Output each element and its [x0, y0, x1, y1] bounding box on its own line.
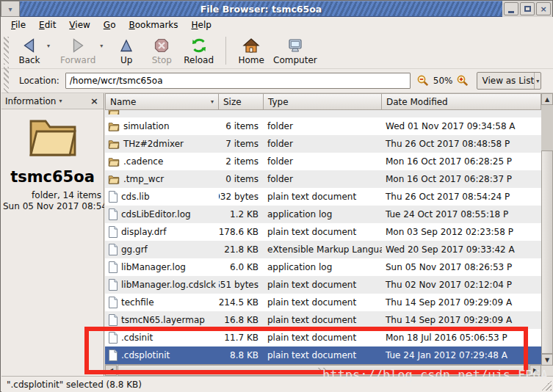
- location-input[interactable]: [65, 73, 411, 89]
- file-date-cell: Wed 20 Sep 2017 09:33:42 A: [382, 241, 541, 258]
- table-row[interactable]: libManager.log.cdslck651 bytesplain text…: [105, 276, 541, 294]
- table-row[interactable]: display.drf178.6 KBplain text documentMo…: [105, 223, 541, 241]
- file-date-cell: Tue 24 Jan 2012 07:29:48 A: [382, 346, 541, 364]
- table-row[interactable]: gg.grf21.8 KBeXtensible Markup Language …: [105, 241, 541, 258]
- status-text: ".cdsplotinit" selected (8.8 KB): [7, 380, 142, 390]
- document-icon: [108, 226, 118, 238]
- maximize-button[interactable]: [520, 2, 535, 15]
- file-name: display.drf: [121, 227, 167, 237]
- file-type-cell: plain text document: [264, 346, 382, 364]
- horizontal-scroll-thumb[interactable]: [118, 365, 529, 376]
- computer-button[interactable]: Computer: [269, 35, 322, 67]
- forward-dropdown-icon[interactable]: ▾: [95, 40, 107, 51]
- minimize-button[interactable]: [504, 2, 518, 15]
- horizontal-scrollbar[interactable]: ◀ ▶: [105, 364, 541, 376]
- document-icon: [108, 191, 118, 203]
- file-name: simulation: [123, 121, 170, 131]
- file-size-cell: 2 items: [219, 153, 264, 170]
- partial-row: [105, 110, 541, 117]
- file-date-cell: Thu 26 Oct 2017 08:48:58 P: [382, 135, 541, 153]
- file-type-cell: plain text document: [264, 276, 382, 294]
- table-row[interactable]: techfile214.5 KBplain text documentThu 1…: [105, 294, 541, 311]
- file-size-cell: 11.7 KB: [219, 329, 264, 346]
- file-type-cell: plain text document: [264, 188, 382, 206]
- titlebar-stripe[interactable]: File Browser: tsmc65oa: [20, 1, 502, 17]
- table-row[interactable]: tsmcN65.layermap16.8 KBplain text docume…: [105, 311, 541, 329]
- column-header-size[interactable]: Size: [219, 93, 264, 110]
- file-type-cell: plain text document: [264, 223, 382, 241]
- up-button[interactable]: Up: [109, 35, 144, 67]
- file-name: .tmp_wcr: [123, 174, 164, 184]
- vertical-scroll-thumb[interactable]: [541, 150, 553, 354]
- view-mode-select[interactable]: View as List ▾: [477, 72, 541, 90]
- forward-button[interactable]: Forward: [56, 35, 100, 67]
- back-button[interactable]: Back: [12, 35, 47, 67]
- column-header-date[interactable]: Date Modified: [382, 93, 541, 110]
- stop-button[interactable]: Stop: [144, 35, 179, 67]
- column-header-type[interactable]: Type: [264, 93, 382, 110]
- file-name: tsmcN65.layermap: [121, 315, 205, 325]
- close-button[interactable]: ×: [536, 2, 551, 15]
- reload-icon: [190, 37, 208, 54]
- file-list-body: simulation6 itemsfolderWed 01 Nov 2017 0…: [105, 110, 541, 364]
- reload-button[interactable]: Reload: [179, 35, 218, 67]
- file-type-cell: application log: [264, 258, 382, 276]
- file-date-cell: Mon 16 Oct 2017 06:28:25 P: [382, 153, 541, 170]
- document-icon: [108, 279, 118, 291]
- folder-icon: [108, 157, 120, 167]
- menu-go[interactable]: Go: [97, 18, 123, 32]
- scroll-down-icon[interactable]: ▼: [541, 354, 553, 366]
- vertical-scrollbar[interactable]: ▲ ▼: [541, 93, 553, 366]
- back-dropdown-icon[interactable]: ▾: [43, 40, 54, 51]
- scroll-up-icon[interactable]: ▲: [541, 93, 553, 105]
- table-row[interactable]: simulation6 itemsfolderWed 01 Nov 2017 0…: [105, 117, 541, 135]
- table-row[interactable]: .tmp_wcr0 itemsfolderMon 16 Oct 2017 06:…: [105, 170, 541, 188]
- zoom-in-icon[interactable]: [456, 74, 469, 87]
- scroll-left-icon[interactable]: ◀: [105, 365, 117, 376]
- document-icon: [108, 261, 118, 273]
- resize-grip-icon[interactable]: [541, 380, 552, 391]
- scroll-right-icon[interactable]: ▶: [529, 365, 541, 376]
- file-name-cell: .tmp_wcr: [105, 170, 219, 188]
- window-menu-button[interactable]: ▾: [1, 1, 20, 17]
- table-row[interactable]: cds.lib932 bytesplain text documentThu 2…: [105, 188, 541, 206]
- file-type-cell: folder: [264, 170, 382, 188]
- computer-icon: [286, 37, 304, 54]
- sidebar-close-icon[interactable]: ×: [89, 95, 100, 106]
- file-size-cell: 7 items: [219, 135, 264, 153]
- zoom-out-icon[interactable]: [416, 74, 430, 87]
- table-row[interactable]: libManager.log6.0 KBapplication logSun 0…: [105, 258, 541, 276]
- file-type-cell: plain text document: [264, 329, 382, 346]
- table-row[interactable]: cdsLibEditor.log1.2 KBapplication logTue…: [105, 206, 541, 223]
- list-header: Name ▾ Size Type Date Modified: [105, 93, 541, 110]
- menu-help[interactable]: Help: [185, 18, 218, 32]
- file-size-cell: 932 bytes: [219, 188, 264, 206]
- folder-icon: [108, 175, 120, 184]
- sidebar-panel-label: Information: [5, 96, 56, 106]
- table-row[interactable]: .cadence2 itemsfolderMon 16 Oct 2017 06:…: [105, 153, 541, 170]
- home-icon: [242, 37, 260, 54]
- document-icon: [108, 208, 118, 220]
- column-header-name[interactable]: Name ▾: [105, 93, 219, 110]
- document-icon: [108, 349, 118, 361]
- locationbar-grip[interactable]: [4, 67, 9, 95]
- menu-edit[interactable]: Edit: [32, 18, 62, 32]
- table-row[interactable]: .cdsinit11.7 KBplain text documentMon 18…: [105, 329, 541, 346]
- sidebar-panel-selector[interactable]: Information ▾ ×: [1, 93, 104, 109]
- menu-view[interactable]: View: [62, 18, 96, 32]
- home-button[interactable]: Home: [234, 35, 269, 67]
- file-size-cell: 0 items: [219, 170, 264, 188]
- menu-bookmarks[interactable]: Bookmarks: [122, 18, 184, 32]
- table-row[interactable]: THz#2dmixer7 itemsfolderThu 26 Oct 2017 …: [105, 135, 541, 153]
- close-icon: ×: [540, 4, 546, 14]
- file-name-cell: libManager.log: [105, 258, 219, 276]
- titlebar: ▾ File Browser: tsmc65oa ×: [1, 1, 552, 17]
- sidebar-folder-modified: Sun 05 Nov 2017 08:54:3: [1, 201, 104, 211]
- file-type-cell: eXtensible Markup Language document: [264, 241, 382, 258]
- file-size-cell: 1.2 KB: [219, 206, 264, 223]
- file-size-cell: 214.5 KB: [219, 294, 264, 311]
- file-size-cell: 6 items: [219, 117, 264, 135]
- table-row[interactable]: .cdsplotinit8.8 KBplain text documentTue…: [105, 346, 541, 364]
- menu-file[interactable]: File: [4, 18, 32, 32]
- toolbar-grip[interactable]: [4, 37, 9, 65]
